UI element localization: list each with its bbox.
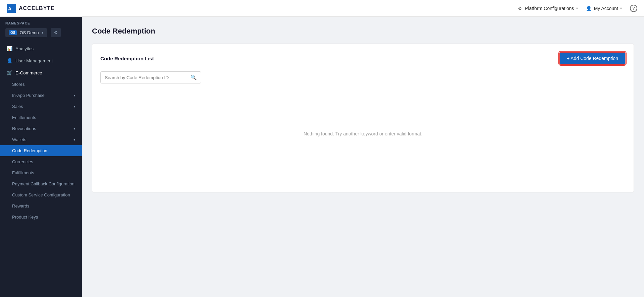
add-code-redemption-button[interactable]: + Add Code Redemption	[559, 52, 626, 65]
gear-icon: ⚙	[517, 5, 523, 11]
sidebar-item-product-keys-label: Product Keys	[12, 215, 38, 220]
accelbyte-logo-icon: A	[7, 4, 16, 13]
sidebar-item-entitlements-label: Entitlements	[12, 115, 36, 120]
sidebar-item-custom-service[interactable]: Custom Service Configuration	[0, 189, 82, 200]
sidebar-item-entitlements[interactable]: Entitlements	[0, 112, 82, 123]
analytics-icon: 📊	[7, 46, 12, 51]
sidebar-item-ecommerce-label: E-Commerce	[15, 70, 42, 75]
sidebar-item-user-management[interactable]: 👤 User Management	[0, 55, 82, 67]
namespace-name: OS Demo	[19, 30, 39, 35]
sidebar-item-product-keys[interactable]: Product Keys	[0, 212, 82, 223]
sidebar-item-fulfillments[interactable]: Fulfillments	[0, 167, 82, 178]
namespace-section: NAMESPACE OS OS Demo ▾ ⚙	[0, 17, 82, 41]
sidebar-item-sales-label: Sales	[12, 104, 23, 109]
sidebar-item-rewards-label: Rewards	[12, 203, 29, 209]
sidebar-nav: 📊 Analytics 👤 User Management 🛒 E-Commer…	[0, 41, 82, 297]
sidebar-item-in-app-purchase-label: In-App Purchase	[12, 93, 45, 98]
search-icon: 🔍	[190, 74, 197, 80]
sidebar-item-user-management-label: User Management	[15, 58, 53, 63]
my-account-nav[interactable]: 👤 My Account ▾	[586, 5, 622, 11]
sidebar-item-code-redemption[interactable]: Code Redemption	[0, 145, 82, 156]
sidebar-item-revocations[interactable]: Revocations ▾	[0, 123, 82, 134]
sales-chevron-icon: ▾	[74, 105, 75, 108]
my-account-label: My Account	[594, 6, 618, 11]
main-content: Code Redemption Code Redemption List + A…	[82, 17, 644, 297]
namespace-selector-row: OS OS Demo ▾ ⚙	[5, 28, 77, 37]
sidebar-item-payment-callback[interactable]: Payment Callback Configuration	[0, 178, 82, 189]
content-card: Code Redemption List + Add Code Redempti…	[92, 44, 634, 192]
sidebar-item-stores[interactable]: Stores	[0, 79, 82, 90]
sidebar-item-rewards[interactable]: Rewards	[0, 200, 82, 212]
namespace-badge: OS	[9, 30, 17, 35]
namespace-selector[interactable]: OS OS Demo ▾	[5, 28, 47, 37]
top-header: A ACCELBYTE ⚙ Platform Configurations ▾ …	[0, 0, 644, 17]
empty-state-text: Nothing found. Try another keyword or en…	[304, 131, 422, 136]
sidebar-item-wallets[interactable]: Wallets ▾	[0, 134, 82, 145]
in-app-purchase-chevron-icon: ▾	[74, 94, 75, 97]
logo-text: ACCELBYTE	[19, 5, 55, 11]
namespace-settings-button[interactable]: ⚙	[51, 28, 61, 37]
sidebar-item-code-redemption-label: Code Redemption	[12, 148, 47, 153]
empty-state: Nothing found. Try another keyword or en…	[100, 83, 626, 184]
ecommerce-icon: 🛒	[7, 70, 12, 75]
sidebar-item-in-app-purchase[interactable]: In-App Purchase ▾	[0, 90, 82, 101]
header-right: ⚙ Platform Configurations ▾ 👤 My Account…	[517, 5, 637, 12]
namespace-chevron-icon: ▾	[42, 31, 44, 35]
sidebar-item-analytics[interactable]: 📊 Analytics	[0, 43, 82, 55]
sidebar-item-currencies[interactable]: Currencies	[0, 156, 82, 167]
sidebar: NAMESPACE OS OS Demo ▾ ⚙ 📊 Analytics 👤 U…	[0, 17, 82, 297]
sidebar-item-fulfillments-label: Fulfillments	[12, 170, 34, 175]
page-title: Code Redemption	[92, 27, 634, 36]
user-management-icon: 👤	[7, 58, 12, 63]
sidebar-item-analytics-label: Analytics	[15, 46, 34, 51]
platform-configurations-nav[interactable]: ⚙ Platform Configurations ▾	[517, 5, 578, 11]
app-body: NAMESPACE OS OS Demo ▾ ⚙ 📊 Analytics 👤 U…	[0, 17, 644, 297]
user-icon: 👤	[586, 5, 592, 11]
sidebar-item-sales[interactable]: Sales ▾	[0, 101, 82, 112]
logo-area: A ACCELBYTE	[7, 4, 55, 13]
sidebar-item-revocations-label: Revocations	[12, 126, 36, 131]
sidebar-item-ecommerce[interactable]: 🛒 E-Commerce	[0, 67, 82, 79]
platform-config-chevron: ▾	[576, 6, 578, 10]
platform-config-label: Platform Configurations	[525, 6, 574, 11]
help-button[interactable]: ?	[630, 5, 637, 12]
sidebar-item-payment-callback-label: Payment Callback Configuration	[12, 181, 75, 186]
namespace-label: NAMESPACE	[5, 21, 77, 25]
revocations-chevron-icon: ▾	[74, 127, 75, 130]
my-account-chevron: ▾	[620, 6, 622, 10]
card-header: Code Redemption List + Add Code Redempti…	[100, 52, 626, 65]
sidebar-item-stores-label: Stores	[12, 82, 25, 87]
wallets-chevron-icon: ▾	[74, 138, 75, 141]
search-input[interactable]	[105, 75, 188, 80]
card-title: Code Redemption List	[100, 56, 154, 61]
svg-text:A: A	[8, 6, 11, 11]
sidebar-item-currencies-label: Currencies	[12, 159, 33, 164]
search-bar: 🔍	[100, 71, 201, 83]
sidebar-item-custom-service-label: Custom Service Configuration	[12, 192, 70, 197]
sidebar-item-wallets-label: Wallets	[12, 137, 26, 142]
help-icon: ?	[632, 6, 635, 11]
